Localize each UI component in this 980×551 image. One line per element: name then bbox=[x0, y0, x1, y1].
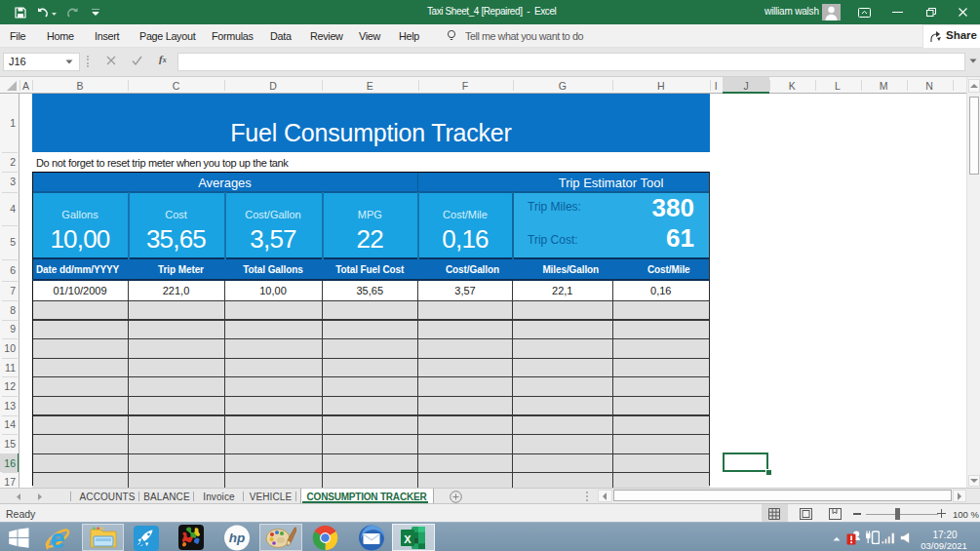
svg-text:hp: hp bbox=[229, 531, 246, 545]
svg-text:X: X bbox=[404, 533, 412, 545]
svg-text:e: e bbox=[50, 526, 64, 551]
